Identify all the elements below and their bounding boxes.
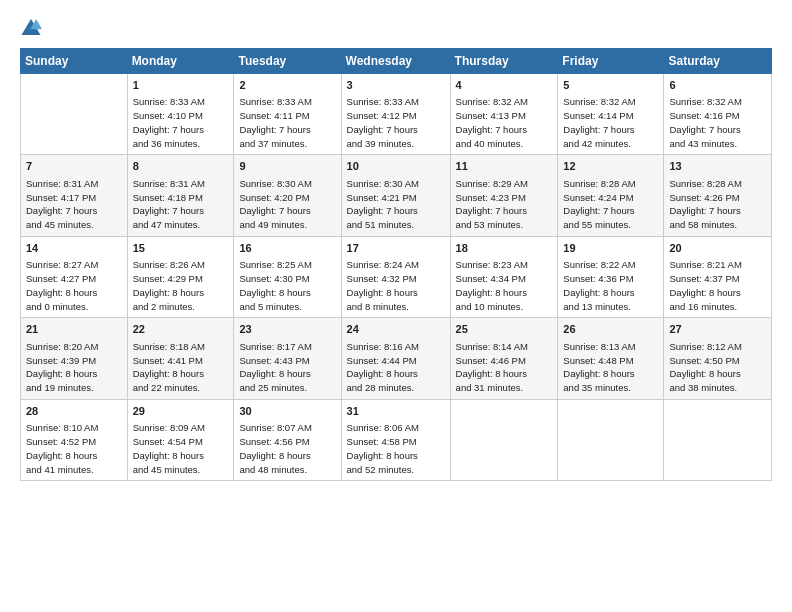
header (20, 16, 772, 38)
cell-content: Sunrise: 8:22 AM Sunset: 4:36 PM Dayligh… (563, 258, 658, 313)
column-header-sunday: Sunday (21, 49, 128, 74)
column-header-thursday: Thursday (450, 49, 558, 74)
cell-content: Sunrise: 8:21 AM Sunset: 4:37 PM Dayligh… (669, 258, 766, 313)
calendar-header: SundayMondayTuesdayWednesdayThursdayFrid… (21, 49, 772, 74)
cell-content: Sunrise: 8:25 AM Sunset: 4:30 PM Dayligh… (239, 258, 335, 313)
cell-4-5: 25Sunrise: 8:14 AM Sunset: 4:46 PM Dayli… (450, 318, 558, 399)
day-number: 3 (347, 78, 445, 93)
cell-content: Sunrise: 8:13 AM Sunset: 4:48 PM Dayligh… (563, 340, 658, 395)
cell-5-2: 29Sunrise: 8:09 AM Sunset: 4:54 PM Dayli… (127, 399, 234, 480)
cell-4-7: 27Sunrise: 8:12 AM Sunset: 4:50 PM Dayli… (664, 318, 772, 399)
day-number: 31 (347, 404, 445, 419)
cell-3-5: 18Sunrise: 8:23 AM Sunset: 4:34 PM Dayli… (450, 236, 558, 317)
day-number: 28 (26, 404, 122, 419)
week-row-1: 1Sunrise: 8:33 AM Sunset: 4:10 PM Daylig… (21, 74, 772, 155)
cell-5-5 (450, 399, 558, 480)
day-number: 23 (239, 322, 335, 337)
week-row-5: 28Sunrise: 8:10 AM Sunset: 4:52 PM Dayli… (21, 399, 772, 480)
cell-2-3: 9Sunrise: 8:30 AM Sunset: 4:20 PM Daylig… (234, 155, 341, 236)
cell-3-6: 19Sunrise: 8:22 AM Sunset: 4:36 PM Dayli… (558, 236, 664, 317)
week-row-4: 21Sunrise: 8:20 AM Sunset: 4:39 PM Dayli… (21, 318, 772, 399)
cell-content: Sunrise: 8:24 AM Sunset: 4:32 PM Dayligh… (347, 258, 445, 313)
week-row-3: 14Sunrise: 8:27 AM Sunset: 4:27 PM Dayli… (21, 236, 772, 317)
cell-content: Sunrise: 8:23 AM Sunset: 4:34 PM Dayligh… (456, 258, 553, 313)
cell-content: Sunrise: 8:31 AM Sunset: 4:17 PM Dayligh… (26, 177, 122, 232)
logo-icon (20, 16, 42, 38)
day-number: 12 (563, 159, 658, 174)
cell-content: Sunrise: 8:28 AM Sunset: 4:26 PM Dayligh… (669, 177, 766, 232)
day-number: 14 (26, 241, 122, 256)
day-number: 30 (239, 404, 335, 419)
cell-1-3: 2Sunrise: 8:33 AM Sunset: 4:11 PM Daylig… (234, 74, 341, 155)
day-number: 4 (456, 78, 553, 93)
cell-5-4: 31Sunrise: 8:06 AM Sunset: 4:58 PM Dayli… (341, 399, 450, 480)
cell-3-3: 16Sunrise: 8:25 AM Sunset: 4:30 PM Dayli… (234, 236, 341, 317)
cell-1-7: 6Sunrise: 8:32 AM Sunset: 4:16 PM Daylig… (664, 74, 772, 155)
cell-1-4: 3Sunrise: 8:33 AM Sunset: 4:12 PM Daylig… (341, 74, 450, 155)
cell-content: Sunrise: 8:28 AM Sunset: 4:24 PM Dayligh… (563, 177, 658, 232)
day-number: 29 (133, 404, 229, 419)
day-number: 9 (239, 159, 335, 174)
cell-1-5: 4Sunrise: 8:32 AM Sunset: 4:13 PM Daylig… (450, 74, 558, 155)
cell-1-2: 1Sunrise: 8:33 AM Sunset: 4:10 PM Daylig… (127, 74, 234, 155)
day-number: 10 (347, 159, 445, 174)
cell-4-3: 23Sunrise: 8:17 AM Sunset: 4:43 PM Dayli… (234, 318, 341, 399)
day-number: 7 (26, 159, 122, 174)
cell-content: Sunrise: 8:33 AM Sunset: 4:11 PM Dayligh… (239, 95, 335, 150)
page: SundayMondayTuesdayWednesdayThursdayFrid… (0, 0, 792, 612)
cell-content: Sunrise: 8:32 AM Sunset: 4:14 PM Dayligh… (563, 95, 658, 150)
cell-content: Sunrise: 8:20 AM Sunset: 4:39 PM Dayligh… (26, 340, 122, 395)
cell-content: Sunrise: 8:33 AM Sunset: 4:12 PM Dayligh… (347, 95, 445, 150)
cell-2-1: 7Sunrise: 8:31 AM Sunset: 4:17 PM Daylig… (21, 155, 128, 236)
cell-5-3: 30Sunrise: 8:07 AM Sunset: 4:56 PM Dayli… (234, 399, 341, 480)
cell-5-7 (664, 399, 772, 480)
cell-content: Sunrise: 8:07 AM Sunset: 4:56 PM Dayligh… (239, 421, 335, 476)
day-number: 25 (456, 322, 553, 337)
cell-2-6: 12Sunrise: 8:28 AM Sunset: 4:24 PM Dayli… (558, 155, 664, 236)
cell-content: Sunrise: 8:27 AM Sunset: 4:27 PM Dayligh… (26, 258, 122, 313)
cell-3-1: 14Sunrise: 8:27 AM Sunset: 4:27 PM Dayli… (21, 236, 128, 317)
logo (20, 16, 46, 38)
cell-1-6: 5Sunrise: 8:32 AM Sunset: 4:14 PM Daylig… (558, 74, 664, 155)
cell-content: Sunrise: 8:33 AM Sunset: 4:10 PM Dayligh… (133, 95, 229, 150)
cell-content: Sunrise: 8:10 AM Sunset: 4:52 PM Dayligh… (26, 421, 122, 476)
column-header-monday: Monday (127, 49, 234, 74)
cell-content: Sunrise: 8:18 AM Sunset: 4:41 PM Dayligh… (133, 340, 229, 395)
cell-3-4: 17Sunrise: 8:24 AM Sunset: 4:32 PM Dayli… (341, 236, 450, 317)
cell-content: Sunrise: 8:17 AM Sunset: 4:43 PM Dayligh… (239, 340, 335, 395)
cell-content: Sunrise: 8:30 AM Sunset: 4:20 PM Dayligh… (239, 177, 335, 232)
cell-4-6: 26Sunrise: 8:13 AM Sunset: 4:48 PM Dayli… (558, 318, 664, 399)
column-header-tuesday: Tuesday (234, 49, 341, 74)
day-number: 17 (347, 241, 445, 256)
cell-content: Sunrise: 8:16 AM Sunset: 4:44 PM Dayligh… (347, 340, 445, 395)
cell-2-4: 10Sunrise: 8:30 AM Sunset: 4:21 PM Dayli… (341, 155, 450, 236)
day-number: 20 (669, 241, 766, 256)
cell-2-5: 11Sunrise: 8:29 AM Sunset: 4:23 PM Dayli… (450, 155, 558, 236)
week-row-2: 7Sunrise: 8:31 AM Sunset: 4:17 PM Daylig… (21, 155, 772, 236)
cell-4-1: 21Sunrise: 8:20 AM Sunset: 4:39 PM Dayli… (21, 318, 128, 399)
cell-5-6 (558, 399, 664, 480)
day-number: 21 (26, 322, 122, 337)
cell-3-7: 20Sunrise: 8:21 AM Sunset: 4:37 PM Dayli… (664, 236, 772, 317)
cell-2-2: 8Sunrise: 8:31 AM Sunset: 4:18 PM Daylig… (127, 155, 234, 236)
day-number: 22 (133, 322, 229, 337)
day-number: 18 (456, 241, 553, 256)
cell-5-1: 28Sunrise: 8:10 AM Sunset: 4:52 PM Dayli… (21, 399, 128, 480)
day-number: 11 (456, 159, 553, 174)
day-number: 6 (669, 78, 766, 93)
cell-content: Sunrise: 8:12 AM Sunset: 4:50 PM Dayligh… (669, 340, 766, 395)
cell-content: Sunrise: 8:32 AM Sunset: 4:13 PM Dayligh… (456, 95, 553, 150)
day-number: 27 (669, 322, 766, 337)
cell-3-2: 15Sunrise: 8:26 AM Sunset: 4:29 PM Dayli… (127, 236, 234, 317)
calendar-body: 1Sunrise: 8:33 AM Sunset: 4:10 PM Daylig… (21, 74, 772, 481)
cell-content: Sunrise: 8:26 AM Sunset: 4:29 PM Dayligh… (133, 258, 229, 313)
cell-content: Sunrise: 8:14 AM Sunset: 4:46 PM Dayligh… (456, 340, 553, 395)
day-number: 1 (133, 78, 229, 93)
cell-content: Sunrise: 8:29 AM Sunset: 4:23 PM Dayligh… (456, 177, 553, 232)
cell-content: Sunrise: 8:30 AM Sunset: 4:21 PM Dayligh… (347, 177, 445, 232)
day-number: 8 (133, 159, 229, 174)
day-number: 24 (347, 322, 445, 337)
cell-4-4: 24Sunrise: 8:16 AM Sunset: 4:44 PM Dayli… (341, 318, 450, 399)
cell-content: Sunrise: 8:06 AM Sunset: 4:58 PM Dayligh… (347, 421, 445, 476)
column-header-saturday: Saturday (664, 49, 772, 74)
